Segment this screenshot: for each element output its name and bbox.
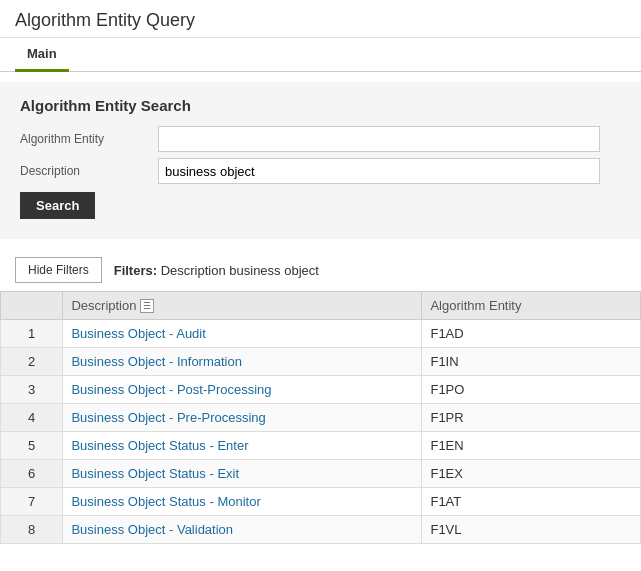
table-row: 1Business Object - AuditF1AD <box>1 320 641 348</box>
description-link[interactable]: Business Object Status - Exit <box>71 466 239 481</box>
tab-bar: Main <box>0 38 641 72</box>
tab-main[interactable]: Main <box>15 38 69 72</box>
row-number: 2 <box>1 348 63 376</box>
row-description: Business Object - Information <box>63 348 422 376</box>
algorithm-entity-input[interactable] <box>158 126 600 152</box>
row-algorithm-entity: F1AT <box>422 488 641 516</box>
entity-col-label: Algorithm Entity <box>430 298 521 313</box>
filters-label: Filters: <box>114 263 157 278</box>
col-header-num <box>1 292 63 320</box>
row-description: Business Object - Audit <box>63 320 422 348</box>
filters-value: Description business object <box>161 263 319 278</box>
row-description: Business Object - Validation <box>63 516 422 544</box>
row-algorithm-entity: F1AD <box>422 320 641 348</box>
page-header: Algorithm Entity Query <box>0 0 641 38</box>
filters-row: Hide Filters Filters: Description busine… <box>0 249 641 291</box>
table-row: 5Business Object Status - EnterF1EN <box>1 432 641 460</box>
table-row: 2Business Object - InformationF1IN <box>1 348 641 376</box>
results-table: Description ☰ Algorithm Entity 1Business… <box>0 291 641 544</box>
search-section: Algorithm Entity Search Algorithm Entity… <box>0 82 641 239</box>
row-algorithm-entity: F1IN <box>422 348 641 376</box>
table-row: 8Business Object - ValidationF1VL <box>1 516 641 544</box>
row-number: 4 <box>1 404 63 432</box>
algorithm-entity-label: Algorithm Entity <box>20 132 150 146</box>
row-number: 7 <box>1 488 63 516</box>
description-link[interactable]: Business Object - Validation <box>71 522 233 537</box>
row-algorithm-entity: F1PO <box>422 376 641 404</box>
search-form: Algorithm Entity Description <box>20 126 600 184</box>
hide-filters-button[interactable]: Hide Filters <box>15 257 102 283</box>
row-number: 5 <box>1 432 63 460</box>
description-label: Description <box>20 164 150 178</box>
row-number: 1 <box>1 320 63 348</box>
filters-text: Filters: Description business object <box>114 263 319 278</box>
description-link[interactable]: Business Object Status - Monitor <box>71 494 260 509</box>
col-header-entity: Algorithm Entity <box>422 292 641 320</box>
row-description: Business Object Status - Monitor <box>63 488 422 516</box>
description-input[interactable] <box>158 158 600 184</box>
table-header-row: Description ☰ Algorithm Entity <box>1 292 641 320</box>
row-algorithm-entity: F1VL <box>422 516 641 544</box>
row-algorithm-entity: F1EX <box>422 460 641 488</box>
row-number: 3 <box>1 376 63 404</box>
description-link[interactable]: Business Object Status - Enter <box>71 438 248 453</box>
description-link[interactable]: Business Object - Pre-Processing <box>71 410 265 425</box>
row-description: Business Object - Pre-Processing <box>63 404 422 432</box>
description-link[interactable]: Business Object - Information <box>71 354 242 369</box>
row-description: Business Object Status - Enter <box>63 432 422 460</box>
table-row: 3Business Object - Post-ProcessingF1PO <box>1 376 641 404</box>
row-algorithm-entity: F1EN <box>422 432 641 460</box>
search-section-title: Algorithm Entity Search <box>20 97 621 114</box>
row-number: 6 <box>1 460 63 488</box>
description-col-label: Description <box>71 298 136 313</box>
col-header-description: Description ☰ <box>63 292 422 320</box>
description-link[interactable]: Business Object - Post-Processing <box>71 382 271 397</box>
description-link[interactable]: Business Object - Audit <box>71 326 205 341</box>
page-title: Algorithm Entity Query <box>15 10 626 31</box>
table-row: 7Business Object Status - MonitorF1AT <box>1 488 641 516</box>
table-row: 4Business Object - Pre-ProcessingF1PR <box>1 404 641 432</box>
row-number: 8 <box>1 516 63 544</box>
description-sort-icon[interactable]: ☰ <box>140 299 154 313</box>
row-description: Business Object - Post-Processing <box>63 376 422 404</box>
results-container: Description ☰ Algorithm Entity 1Business… <box>0 291 641 544</box>
table-row: 6Business Object Status - ExitF1EX <box>1 460 641 488</box>
search-button[interactable]: Search <box>20 192 95 219</box>
row-algorithm-entity: F1PR <box>422 404 641 432</box>
row-description: Business Object Status - Exit <box>63 460 422 488</box>
